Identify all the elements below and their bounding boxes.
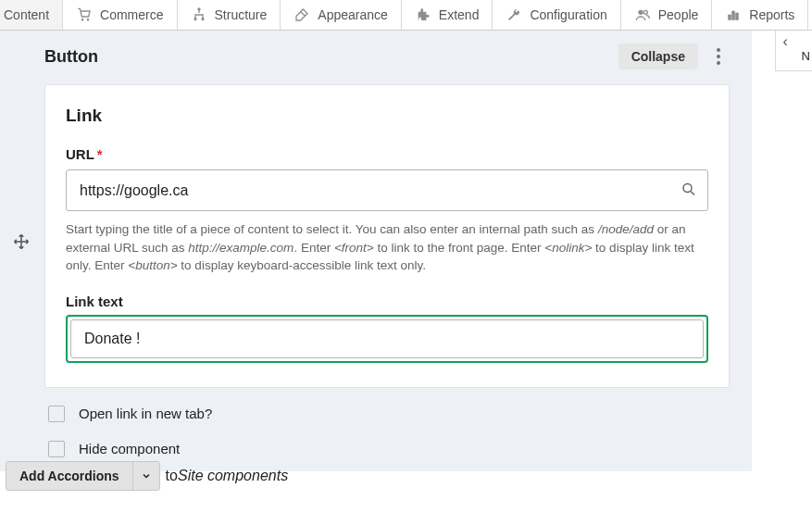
svg-point-0 [197,8,200,11]
wrench-icon [506,6,522,23]
add-accordions-split-button: Add Accordions [6,461,160,491]
appearance-icon [294,6,310,23]
link-heading: Link [66,106,708,126]
component-edit-region: Button Collapse Link URL* Start typing t… [0,31,752,471]
add-accordions-button[interactable]: Add Accordions [6,462,133,490]
right-panel-text: N [802,49,810,63]
toolbar-item-label: Reports [749,7,794,22]
people-icon [634,6,651,23]
right-panel-fragment: ‹ N [775,31,813,71]
link-card: Link URL* Start typing the title of a pi… [44,84,730,388]
toolbar-item-label: Structure [215,7,268,22]
component-title: Button [44,47,98,67]
toolbar-item-commerce[interactable]: Commerce [63,0,177,30]
toolbar-item-appearance[interactable]: Appearance [281,0,402,30]
svg-point-8 [683,183,692,192]
toolbar-item-extend[interactable]: Extend [402,0,493,30]
hide-component-label: Hide component [79,441,180,456]
link-text-label: Link text [66,294,708,309]
search-icon[interactable] [681,181,697,200]
svg-rect-5 [732,11,735,19]
add-destination-text: toSite components [166,468,289,484]
chevron-left-icon[interactable]: ‹ [783,33,788,50]
drag-handle-icon[interactable] [13,233,31,252]
chart-icon [725,6,742,23]
svg-point-2 [201,18,204,20]
required-mark: * [97,146,103,162]
toolbar-item-structure[interactable]: Structure [178,0,281,30]
toolbar-item-label: Appearance [318,7,388,22]
toolbar-item-content[interactable]: Content [0,0,63,30]
toolbar-item-reports[interactable]: Reports [712,0,808,30]
link-text-input[interactable] [70,319,704,358]
open-new-tab-label: Open link in new tab? [79,406,212,421]
toolbar-item-label: Content [4,7,49,22]
svg-rect-4 [729,15,731,19]
open-new-tab-checkbox[interactable] [48,406,65,422]
link-text-focus-ring [66,315,708,363]
toolbar-item-label: People [658,7,699,22]
svg-point-1 [194,18,196,20]
url-field: URL* Start typing the title of a piece o… [66,146,708,275]
svg-rect-6 [736,13,739,19]
toolbar-item-configuration[interactable]: Configuration [493,0,620,30]
svg-point-3 [638,10,643,15]
url-help-text: Start typing the title of a piece of con… [66,220,708,275]
hide-component-row[interactable]: Hide component [44,438,752,460]
toolbar-item-label: Extend [439,7,480,22]
cart-icon [76,6,93,23]
url-input[interactable] [66,169,708,211]
add-accordions-dropdown[interactable] [133,462,159,490]
collapse-button[interactable]: Collapse [618,44,698,69]
add-component-bar: Add Accordions toSite components [6,461,288,491]
structure-icon [191,6,207,23]
toolbar-item-label: Commerce [100,7,163,22]
toolbar-item-people[interactable]: People [621,0,713,30]
url-label: URL* [66,146,708,162]
puzzle-icon [415,6,431,23]
more-menu-icon[interactable] [707,45,730,68]
open-new-tab-row[interactable]: Open link in new tab? [44,403,752,425]
admin-toolbar: Content Commerce Structure Appearance Ex… [0,0,812,31]
toolbar-item-help[interactable]: He [808,0,812,30]
toolbar-item-label: Configuration [530,7,606,22]
hide-component-checkbox[interactable] [48,441,65,457]
